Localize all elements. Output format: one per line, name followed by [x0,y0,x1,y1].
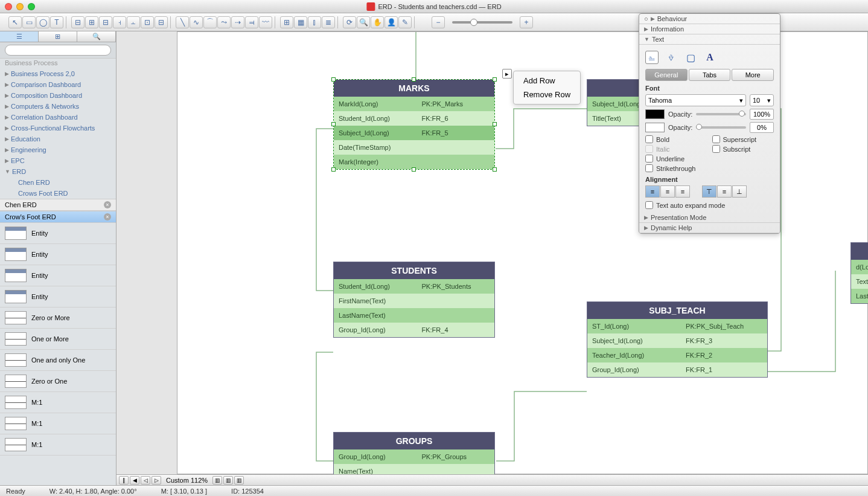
text-tool[interactable]: T [50,16,63,28]
ungroup-tool[interactable]: ⊟ [155,16,168,28]
route-tool[interactable]: ⫤ [245,16,258,28]
opacity-value[interactable]: 100% [750,109,774,120]
person-tool[interactable]: 👤 [385,16,398,28]
line-tool[interactable]: ╲ [176,16,189,28]
shape-entity[interactable]: Entity [0,265,116,286]
zoom-in[interactable]: + [520,16,533,28]
shape-one-only[interactable]: One and only One [0,350,116,371]
erd-sub-crowsfoot[interactable]: Crows Foot ERD [0,188,116,199]
align-left[interactable]: ≡ [645,185,660,198]
font-select[interactable]: Tahoma▾ [645,94,746,106]
align-right-tool[interactable]: ⊟ [99,16,112,28]
category-item[interactable]: ▶Correlation Dashboard [0,112,116,123]
shape-m1[interactable]: M:1 [0,413,116,434]
text-opacity-slider[interactable] [696,113,746,115]
horizontal-scrollbar[interactable]: ‖ ◀ ◁ ▷ Custom 112% ▥ ▥ ▥ [116,474,868,485]
valign-top[interactable]: ⊤ [702,185,716,198]
guide-tool[interactable]: ⫿ [308,16,321,28]
section-presentation[interactable]: ▶Presentation Mode [639,213,780,223]
align-center[interactable]: ≡ [660,185,675,198]
valign-bottom[interactable]: ⊥ [732,185,747,198]
highlight-icon[interactable]: ⎀ [665,51,678,64]
section-help[interactable]: ▶Dynamic Help [639,223,780,233]
tree-tab[interactable]: ⊞ [39,31,77,42]
section-behaviour[interactable]: ○▶Behaviour [639,14,780,24]
shape-one-or-more[interactable]: One or More [0,329,116,350]
bg-color-swatch[interactable] [645,123,665,132]
close-icon[interactable]: × [104,213,111,221]
distribute-v-tool[interactable]: ⫠ [127,16,140,28]
erd-marks[interactable]: MARKS MarkId(Long)PK:PK_Marks Student_Id… [333,79,495,170]
zoom-tool[interactable]: 🔍 [357,16,370,28]
connector-tool[interactable]: ⤳ [217,16,231,28]
box-icon[interactable]: ▢ [684,51,697,64]
action-button[interactable]: ▸ [502,69,512,79]
scroll-first-icon[interactable]: ◀ [130,476,139,485]
open-lib-crowsfoot[interactable]: Crow's Foot ERD × [0,211,116,223]
rect-tool[interactable]: ▭ [22,16,36,28]
grid-tool[interactable]: ▦ [294,16,307,28]
scroll-prev-icon[interactable]: ◁ [141,476,150,485]
arc-tool[interactable]: ⌒ [203,16,217,28]
shape-m1[interactable]: M:1 [0,392,116,413]
minimize-window[interactable] [16,3,24,10]
bezier-tool[interactable]: 〰 [259,16,272,28]
section-text[interactable]: ▼Text [639,34,780,45]
distribute-h-tool[interactable]: ⫞ [113,16,126,28]
open-lib-chen[interactable]: Chen ERD × [0,199,116,211]
underline-style-icon[interactable]: ⎁ [645,51,659,64]
page-nav-icon[interactable]: ▥ [234,476,244,485]
refresh-tool[interactable]: ⟳ [343,16,356,28]
align-left-tool[interactable]: ⊟ [71,16,85,28]
category-item[interactable]: ▶Education [0,134,116,144]
align-center-tool[interactable]: ⊞ [85,16,98,28]
close-window[interactable] [5,3,12,10]
smart-connector-tool[interactable]: ⇢ [231,16,244,28]
tab-tabs[interactable]: Tabs [689,69,731,81]
strikethrough-checkbox[interactable]: Strikethrough [645,164,707,172]
section-information[interactable]: ▶Information [639,24,780,34]
category-item[interactable]: ▶EPC [0,155,116,166]
scroll-next-icon[interactable]: ▷ [152,476,161,485]
shape-zero-or-more[interactable]: Zero or More [0,308,116,329]
pen-tool[interactable]: ✎ [398,16,412,28]
shape-zero-or-one[interactable]: Zero or One [0,371,116,392]
pan-tool[interactable]: ✋ [371,16,384,28]
erd-subj-teach[interactable]: SUBJ_TEACH ST_Id(Long)PK:PK_Subj_Teach S… [587,301,768,378]
ctx-remove-row[interactable]: Remove Row [514,88,580,101]
ctx-add-row[interactable]: Add Row [514,74,580,88]
tab-general[interactable]: General [645,69,688,81]
category-item[interactable]: ▶Comparison Dashboard [0,79,116,90]
underline-checkbox[interactable]: Underline [645,155,707,163]
bg-opacity-slider[interactable] [696,126,746,129]
group-tool[interactable]: ⊡ [141,16,154,28]
properties-panel[interactable]: ○▶Behaviour ▶Information ▼Text ⎁ ⎀ ▢ A G… [639,13,780,234]
snap-tool[interactable]: ⊞ [280,16,293,28]
auto-expand-checkbox[interactable]: Text auto expand mode [645,201,774,209]
pointer-tool[interactable]: ↖ [8,16,22,28]
zoom-level[interactable]: Custom 112% [162,477,211,484]
category-item[interactable]: ▶Business Process 2,0 [0,68,116,79]
align-right[interactable]: ≡ [675,185,690,198]
zoom-slider[interactable] [452,21,512,24]
page-nav-icon[interactable]: ▥ [223,476,233,485]
library-search[interactable] [5,45,111,56]
erd-teachers[interactable]: TEACHERS d(Long)PK:PK_Te Text) LastName(… [850,242,868,304]
subscript-checkbox[interactable]: Subscript [712,145,774,153]
category-item[interactable]: ▶Cross-Functional Flowcharts [0,123,116,134]
shape-entity[interactable]: Entity [0,286,116,308]
erd-sub-chen[interactable]: Chen ERD [0,177,116,188]
font-size-select[interactable]: 10▾ [750,94,774,106]
superscript-checkbox[interactable]: Superscript [712,135,774,143]
shape-entity[interactable]: Entity [0,244,116,265]
category-item[interactable]: ▶Computers & Networks [0,101,116,112]
tab-more[interactable]: More [732,69,774,81]
close-icon[interactable]: × [104,201,111,208]
bold-checkbox[interactable]: Bold [645,135,707,143]
font-a-icon[interactable]: A [703,51,716,64]
scroll-pause-icon[interactable]: ‖ [119,476,129,485]
libraries-tab[interactable]: ☰ [0,31,39,42]
shape-entity[interactable]: Entity [0,223,116,244]
shape-m1[interactable]: M:1 [0,434,116,456]
erd-students[interactable]: STUDENTS Student_Id(Long)PK:PK_Students … [333,262,495,338]
